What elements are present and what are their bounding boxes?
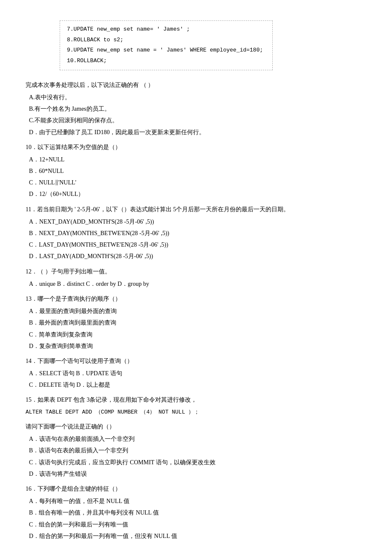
code-line-3: 9.UPDATE new_emp set name = ' James' WHE… [67, 45, 265, 56]
q15-option-b: B．该语句在表的最后插入一个非空列 [29, 445, 366, 456]
q13-stem: 13．哪一个是子查询执行的顺序（） [26, 293, 366, 304]
q9-options: A.表中没有行。 B.有一个姓名为 James的员工。 C.不能多次回滚到相同的… [29, 92, 366, 138]
q16-options: A．每列有唯一的值，但不是 NULL 值 B．组合有唯一的值，并且其中每列没有 … [29, 496, 366, 541]
q11-option-c: C．LAST_DAY(MONTHS_BETWE'EN(28 -5月-06' ,5… [29, 239, 366, 250]
q13-option-d: D．复杂查询到简单查询 [29, 341, 366, 351]
q15-sub-stem: 请问下面哪一个说法是正确的（） [26, 421, 366, 432]
q9-option-b: B.有一个姓名为 James的员工。 [29, 104, 366, 114]
q15-option-c: C．该语句执行完成后，应当立即执行 COMMIT 语句，以确保更改生效 [29, 457, 366, 468]
q15-alter-line: ALTER TABLE DEPT ADD （COMP NUMBER （4） NO… [26, 407, 366, 417]
q9-stem: 完成本次事务处理以后，以下说法正确的有 （ ） [26, 80, 366, 90]
q11-option-a: A．NEXT_DAY(ADD_MONTH'S(28 -5月-06' ,5)) [29, 216, 366, 227]
q10-option-c: C．NULL‖'NULL' [29, 177, 366, 188]
code-line-2: 8.ROLLBACK to s2; [67, 35, 265, 46]
q12-options: A．unique B．distinct C．order by D．group b… [29, 279, 366, 289]
q16-option-b: B．组合有唯一的值，并且其中每列没有 NULL 值 [29, 507, 366, 518]
q9-option-d: D．由于已经删除了员工 ID180，因此最后一次更新未更新任何行。 [29, 127, 366, 138]
q10-stem: 10．以下运算结果不为空值的是（） [26, 142, 366, 152]
q14-options: A．SELECT 语句 B．UPDATE 语句 C．DELETE 语句 D．以上… [29, 368, 366, 390]
q15-options: A．该语句在表的最前面插入一个非空列 B．该语句在表的最后插入一个非空列 C．该… [29, 434, 366, 479]
q11-stem: 11．若当前日期为 ' 2-5月-06'，以下（）表达式能计算出 5个月后那一天… [26, 204, 366, 215]
q11-option-b: B．NEXT_DAY(MONTHS_BETWE'EN(28 -5月-06' ,5… [29, 228, 366, 239]
q9-option-c: C.不能多次回滚到相同的保存点。 [29, 115, 366, 126]
q15-option-a: A．该语句在表的最前面插入一个非空列 [29, 434, 366, 444]
q16-option-c: C．组合的第一列和最后一列有唯一值 [29, 519, 366, 530]
q12-option-abcd: A．unique B．distinct C．order by D．group b… [29, 279, 366, 289]
q13-option-a: A．最里面的查询到最外面的查询 [29, 306, 366, 316]
q9-option-a: A.表中没有行。 [29, 92, 366, 103]
q13-option-b: B．最外面的查询到最里面的查询 [29, 317, 366, 328]
q10-options: A．12+NULL B．60*NULL C．NULL‖'NULL' D．12/（… [29, 154, 366, 200]
code-block: 7.UPDATE new_emp set name= ' James' ; 8.… [60, 20, 273, 70]
q14-stem: 14．下面哪一个语句可以使用子查询（） [26, 356, 366, 366]
code-line-1: 7.UPDATE new_emp set name= ' James' ; [67, 24, 265, 35]
q11-option-d: D．LAST_DAY(ADD_MONTH'S(28 -5月-06' ,5)) [29, 251, 366, 262]
q14-option-ab: A．SELECT 语句 B．UPDATE 语句 [29, 368, 366, 379]
q16-option-d: D．组合的第一列和最后一列有唯一值，但没有 NULL 值 [29, 531, 366, 541]
q10-option-d: D．12/（60+NULL） [29, 189, 366, 199]
q16-option-a: A．每列有唯一的值，但不是 NULL 值 [29, 496, 366, 506]
q16-stem: 16．下列哪个是组合主键的特征（） [26, 483, 366, 494]
q12-stem: 12．（ ）子句用于列出唯一值。 [26, 266, 366, 277]
q13-option-c: C．简单查询到复杂查询 [29, 329, 366, 340]
q10-option-a: A．12+NULL [29, 154, 366, 165]
q15-option-d: D．该语句将产生错误 [29, 469, 366, 479]
q14-option-cd: C．DELETE 语句 D．以上都是 [29, 380, 366, 390]
q10-option-b: B．60*NULL [29, 166, 366, 176]
q11-options: A．NEXT_DAY(ADD_MONTH'S(28 -5月-06' ,5)) B… [29, 216, 366, 262]
q13-options: A．最里面的查询到最外面的查询 B．最外面的查询到最里面的查询 C．简单查询到复… [29, 306, 366, 351]
q15-stem: 15．如果表 DEPT 包含 3条记录，现在用如下命令对其进行修改， [26, 394, 366, 405]
code-line-4: 10.ROLLBACK; [67, 56, 265, 66]
